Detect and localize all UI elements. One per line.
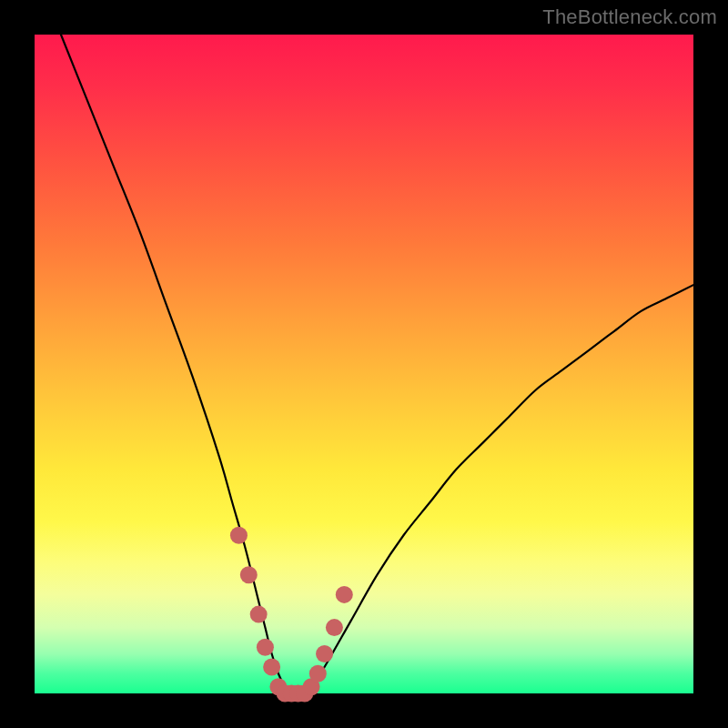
highlight-dot bbox=[230, 527, 248, 544]
bottleneck-curve bbox=[61, 35, 693, 694]
chart-frame: TheBottleneck.com bbox=[0, 0, 728, 728]
curve-svg bbox=[35, 35, 693, 693]
highlight-dot bbox=[316, 645, 333, 662]
highlight-dot bbox=[250, 606, 268, 623]
highlight-dot bbox=[336, 586, 353, 603]
plot-area bbox=[35, 35, 693, 693]
highlight-dot bbox=[263, 659, 280, 676]
watermark-text: TheBottleneck.com bbox=[542, 5, 717, 29]
highlight-dot bbox=[240, 566, 258, 583]
highlight-dot bbox=[326, 619, 343, 636]
highlight-dot bbox=[309, 665, 327, 682]
highlight-dot bbox=[257, 639, 274, 656]
highlight-dots bbox=[230, 527, 353, 703]
